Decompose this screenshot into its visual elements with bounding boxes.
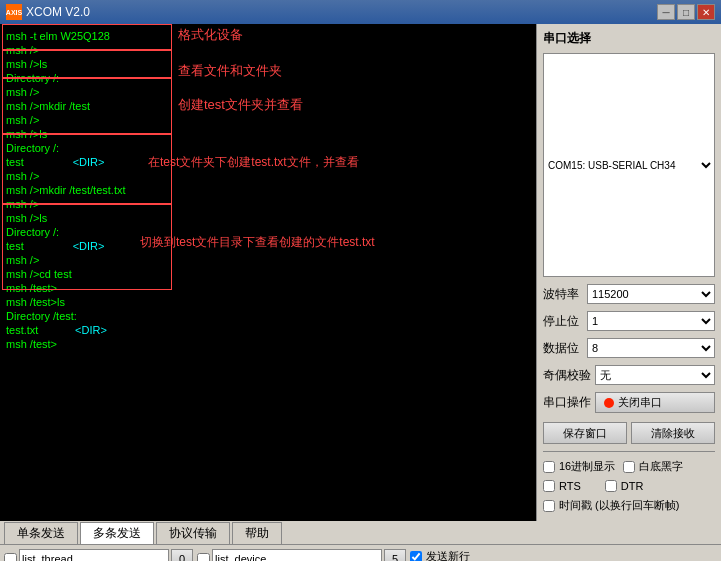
tab-bar: 单条发送 多条发送 协议传输 帮助 xyxy=(0,521,721,545)
data-bit-label: 数据位 xyxy=(543,340,583,357)
tab-help[interactable]: 帮助 xyxy=(232,522,282,544)
timestamp-label: 时间戳 (以换行回车断帧) xyxy=(559,498,679,513)
close-port-button[interactable]: 关闭串口 xyxy=(595,392,715,413)
close-port-label: 关闭串口 xyxy=(618,395,662,410)
cmd-check-5[interactable] xyxy=(197,553,210,562)
term-line-15: Directory /: xyxy=(6,225,530,239)
port-select[interactable]: COM15: USB-SERIAL CH34 xyxy=(543,53,715,277)
cmd-num-5[interactable]: 5 xyxy=(384,549,406,561)
term-line-1: msh -t elm W25Q128 xyxy=(6,29,530,43)
baud-rate-select[interactable]: 115200 xyxy=(587,284,715,304)
term-line-9: Directory /: xyxy=(6,141,530,155)
hex-display-checkbox[interactable] xyxy=(543,461,555,473)
dtr-checkbox[interactable] xyxy=(605,480,617,492)
tab-multi-send[interactable]: 多条发送 xyxy=(80,522,154,544)
term-line-5: msh /> xyxy=(6,85,530,99)
term-line-16: test <DIR> xyxy=(6,239,530,253)
term-line-21: Directory /test: xyxy=(6,309,530,323)
term-line-22: test.txt <DIR> xyxy=(6,323,530,337)
cmd-check-0[interactable] xyxy=(4,553,17,562)
term-line-13: msh /> xyxy=(6,197,530,211)
term-line-17: msh /> xyxy=(6,253,530,267)
term-line-7: msh /> xyxy=(6,113,530,127)
window-title: XCOM V2.0 xyxy=(26,5,90,19)
rts-checkbox[interactable] xyxy=(543,480,555,492)
minimize-button[interactable]: ─ xyxy=(657,4,675,20)
send-newline-row: 发送新行 xyxy=(410,549,550,561)
white-bg-label: 白底黑字 xyxy=(639,459,683,474)
dtr-label: DTR xyxy=(621,480,644,492)
data-bit-row: 数据位 8 xyxy=(543,338,715,358)
main-container: 格式化设备 查看文件和文件夹 创建test文件夹并查看 在test文件夹下创建t… xyxy=(0,24,721,521)
term-line-19: msh /test> xyxy=(6,281,530,295)
maximize-button[interactable]: □ xyxy=(677,4,695,20)
term-line-12: msh />mkdir /test/test.txt xyxy=(6,183,530,197)
term-line-23: msh /test> xyxy=(6,337,530,351)
cmd-panel: 0 1 2 3 4 xyxy=(0,545,721,561)
term-line-20: msh /test>ls xyxy=(6,295,530,309)
save-clear-row: 保存窗口 清除接收 xyxy=(543,422,715,444)
term-line-6: msh />mkdir /test xyxy=(6,99,530,113)
baud-rate-label: 波特率 xyxy=(543,286,583,303)
term-line-11: msh /> xyxy=(6,169,530,183)
parity-row: 奇偶校验 无 xyxy=(543,365,715,385)
left-cmd-col: 0 1 2 3 4 xyxy=(4,549,193,561)
window-controls: ─ □ ✕ xyxy=(657,4,715,20)
white-bg-checkbox[interactable] xyxy=(623,461,635,473)
parity-select[interactable]: 无 xyxy=(595,365,715,385)
tab-single-send[interactable]: 单条发送 xyxy=(4,522,78,544)
timestamp-row: 时间戳 (以换行回车断帧) xyxy=(543,498,715,513)
tab-protocol[interactable]: 协议传输 xyxy=(156,522,230,544)
timestamp-checkbox[interactable] xyxy=(543,500,555,512)
term-line-18: msh />cd test xyxy=(6,267,530,281)
app-icon: AXIS xyxy=(6,4,22,20)
term-line-2: msh /> xyxy=(6,43,530,57)
port-section-title: 串口选择 xyxy=(543,30,715,47)
cmd-input-0[interactable] xyxy=(19,549,169,561)
stop-bit-row: 停止位 1 xyxy=(543,311,715,331)
hex-display-row: 16进制显示 白底黑字 xyxy=(543,459,715,474)
right-panel: 串口选择 COM15: USB-SERIAL CH34 波特率 115200 停… xyxy=(536,24,721,521)
stop-bit-label: 停止位 xyxy=(543,313,583,330)
send-newline-checkbox[interactable] xyxy=(410,551,422,562)
right-options: 发送新行 16进制发送 关联数字键盘 自动循环发送 周期： ms xyxy=(410,549,550,561)
stop-bit-select[interactable]: 1 xyxy=(587,311,715,331)
save-window-button[interactable]: 保存窗口 xyxy=(543,422,627,444)
port-op-label: 串口操作 xyxy=(543,394,591,411)
rts-dtr-row: RTS DTR xyxy=(543,480,715,492)
term-line-10: test <DIR> xyxy=(6,155,530,169)
send-newline-label: 发送新行 xyxy=(426,549,470,561)
hex-display-label: 16进制显示 xyxy=(559,459,615,474)
term-line-8: msh />ls xyxy=(6,127,530,141)
close-button[interactable]: ✕ xyxy=(697,4,715,20)
title-bar: AXIS XCOM V2.0 ─ □ ✕ xyxy=(0,0,721,24)
parity-label: 奇偶校验 xyxy=(543,367,591,384)
right-cmd-col: 5 6 7 8 9 xyxy=(197,549,406,561)
port-op-row: 串口操作 关闭串口 xyxy=(543,392,715,413)
rts-label: RTS xyxy=(559,480,581,492)
cmd-grid: 0 1 2 3 4 xyxy=(4,549,717,561)
clear-recv-button[interactable]: 清除接收 xyxy=(631,422,715,444)
data-bit-select[interactable]: 8 xyxy=(587,338,715,358)
terminal-area[interactable]: 格式化设备 查看文件和文件夹 创建test文件夹并查看 在test文件夹下创建t… xyxy=(0,24,536,521)
port-status-indicator xyxy=(604,398,614,408)
cmd-input-5[interactable] xyxy=(212,549,382,561)
term-line-3: msh />ls xyxy=(6,57,530,71)
cmd-row-5: 5 xyxy=(197,549,406,561)
cmd-row-0: 0 xyxy=(4,549,193,561)
term-line-4: Directory /: xyxy=(6,71,530,85)
baud-rate-row: 波特率 115200 xyxy=(543,284,715,304)
cmd-num-0[interactable]: 0 xyxy=(171,549,193,561)
divider-1 xyxy=(543,451,715,452)
term-line-14: msh />ls xyxy=(6,211,530,225)
